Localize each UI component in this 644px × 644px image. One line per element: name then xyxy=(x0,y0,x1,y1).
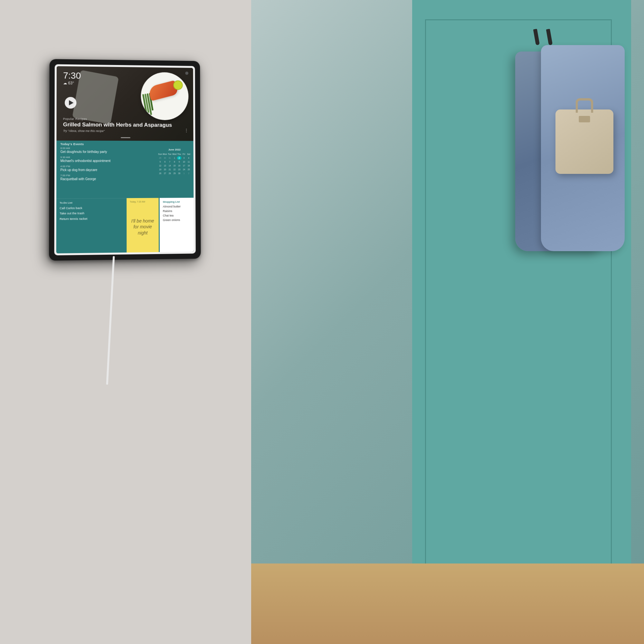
note-content: I'll be home for movie night xyxy=(130,204,156,250)
cal-day-23[interactable]: 23 xyxy=(177,168,182,171)
calendar-month-label: June 2022 xyxy=(158,148,191,151)
lemon-slice xyxy=(173,81,183,90)
cal-day-17[interactable]: 17 xyxy=(182,164,186,167)
event-item-1[interactable]: 8:00 AM Get doughnuts for birthday party xyxy=(61,147,152,154)
plate xyxy=(141,72,188,120)
cal-header-mon: Mon xyxy=(163,152,167,156)
cal-day-26[interactable]: 26 xyxy=(158,172,163,175)
recipe-title: Grilled Salmon with Herbs and Asparagus xyxy=(63,121,172,128)
recipe-info: Popular Recipes Grilled Salmon with Herb… xyxy=(63,117,172,133)
events-section: Today's Events 8:00 AM Get doughnuts for… xyxy=(56,141,194,199)
cal-day-20[interactable]: 20 xyxy=(163,168,167,171)
camera-indicator xyxy=(185,71,188,75)
cal-day-25[interactable]: 25 xyxy=(186,168,191,171)
shopping-list-title: Shopping List xyxy=(163,200,191,203)
cal-header-wed: Wed xyxy=(172,152,177,156)
bag-buckle xyxy=(579,116,590,122)
cal-day-9[interactable]: 9 xyxy=(177,160,182,164)
event-time-1: 8:00 AM xyxy=(61,147,152,150)
cal-day-29[interactable]: 29 xyxy=(172,172,177,175)
cal-day-11[interactable]: 11 xyxy=(186,160,191,164)
cal-day-3[interactable]: 3 xyxy=(182,156,186,160)
cal-header-tue: Tue xyxy=(167,152,172,156)
bag-strap xyxy=(576,98,593,113)
scene: 7:30 ☁ 63° Popular Recipes xyxy=(0,0,644,644)
device-bezel: 7:30 ☁ 63° Popular Recipes xyxy=(54,64,196,255)
cal-day-8[interactable]: 8 xyxy=(172,160,177,164)
event-item-3[interactable]: 4:00 PM Pick up dog from daycare xyxy=(60,165,151,172)
cal-day-21[interactable]: 21 xyxy=(167,168,172,171)
echo-show-device: 7:30 ☁ 63° Popular Recipes xyxy=(49,59,201,260)
floor xyxy=(251,563,644,644)
event-time-2: 9:30 AM xyxy=(61,156,152,159)
todo-item-3[interactable]: Return tennis racket xyxy=(60,216,123,221)
shopping-item-2[interactable]: Raisins xyxy=(163,209,191,213)
mini-calendar: June 2022 Sun Mon Tue Wed Thu Fri Sat xyxy=(155,147,194,198)
cal-header-sat: Sat xyxy=(186,152,191,156)
cal-day-2[interactable]: 2 xyxy=(177,156,182,160)
sticky-note-widget[interactable]: Today, 7:20 AM I'll be home for movie ni… xyxy=(127,198,159,252)
todo-item-2[interactable]: Take out the trash xyxy=(60,211,123,215)
event-time-3: 4:00 PM xyxy=(60,165,151,168)
cal-day-30prev: 30 xyxy=(163,156,167,160)
bag xyxy=(555,109,613,174)
recipe-hint: Try "Alexa, show me this recipe" xyxy=(63,129,172,133)
events-section-header: Today's Events xyxy=(56,141,193,147)
cal-day-29prev: 29 xyxy=(158,156,162,160)
cal-day-28[interactable]: 28 xyxy=(167,172,172,175)
shopping-item-3[interactable]: Chai tea xyxy=(163,214,191,217)
cal-day-10[interactable]: 10 xyxy=(182,160,186,164)
cal-day-12[interactable]: 12 xyxy=(158,164,162,167)
cal-day-16[interactable]: 16 xyxy=(177,164,182,167)
cal-day-7[interactable]: 7 xyxy=(167,160,172,164)
cal-day-18[interactable]: 18 xyxy=(186,164,191,167)
event-name-1: Get doughnuts for birthday party xyxy=(61,150,152,154)
cal-header-fri: Fri xyxy=(182,152,186,156)
cal-day-15[interactable]: 15 xyxy=(172,164,177,167)
shopping-list-widget[interactable]: Shopping List Almond butter Raisins Chai… xyxy=(159,198,194,252)
shopping-item-4[interactable]: Green onions xyxy=(163,218,191,222)
events-list: 8:00 AM Get doughnuts for birthday party… xyxy=(56,147,156,199)
cal-day-27[interactable]: 27 xyxy=(163,172,167,175)
door-panel xyxy=(412,0,631,644)
cal-day-14[interactable]: 14 xyxy=(167,164,172,167)
weather: ☁ 63° xyxy=(63,81,81,86)
cal-day-22[interactable]: 22 xyxy=(172,168,177,171)
cal-day-2next: 2 xyxy=(186,172,191,175)
cal-day-13[interactable]: 13 xyxy=(163,164,167,167)
recipe-hero-section: 7:30 ☁ 63° Popular Recipes xyxy=(56,66,193,141)
cal-day-5[interactable]: 5 xyxy=(158,160,162,164)
scroll-indicator xyxy=(121,137,130,138)
cal-day-24[interactable]: 24 xyxy=(182,168,186,171)
recipe-more-icon[interactable]: ⋮ xyxy=(184,128,189,133)
todo-item-1[interactable]: Call Carlos back xyxy=(60,206,123,210)
widgets-row: To-Do List Call Carlos back Take out the… xyxy=(56,198,194,253)
cal-day-4[interactable]: 4 xyxy=(186,156,191,160)
shopping-item-1[interactable]: Almond butter xyxy=(163,205,191,208)
hook-left xyxy=(533,29,540,45)
wall-right xyxy=(251,0,644,644)
event-name-3: Pick up dog from daycare xyxy=(60,168,151,172)
events-content: 8:00 AM Get doughnuts for birthday party… xyxy=(56,147,194,199)
todo-widget[interactable]: To-Do List Call Carlos back Take out the… xyxy=(56,198,127,253)
hook-right xyxy=(546,29,553,45)
play-button[interactable] xyxy=(65,97,76,109)
cal-day-30[interactable]: 30 xyxy=(177,172,182,175)
event-name-4: Racquetball with George xyxy=(60,177,151,181)
recipe-background: 7:30 ☁ 63° Popular Recipes xyxy=(56,66,193,141)
cal-day-1next: 1 xyxy=(182,172,186,175)
device-frame: 7:30 ☁ 63° Popular Recipes xyxy=(49,59,201,260)
clock: 7:30 xyxy=(63,71,81,81)
cal-day-19[interactable]: 19 xyxy=(158,168,162,171)
cal-header-thu: Thu xyxy=(177,152,182,156)
event-time-4: 7:00 PM xyxy=(60,174,151,177)
note-timestamp: Today, 7:20 AM xyxy=(130,201,156,203)
cal-day-1[interactable]: 1 xyxy=(172,156,177,160)
event-name-2: Michael's orthodontist appointment xyxy=(60,159,151,163)
event-item-4[interactable]: 7:00 PM Racquetball with George xyxy=(60,174,151,181)
recipe-category: Popular Recipes xyxy=(63,117,172,121)
calendar-grid: Sun Mon Tue Wed Thu Fri Sat 29 30 xyxy=(158,152,191,175)
event-item-2[interactable]: 9:30 AM Michael's orthodontist appointme… xyxy=(60,156,151,163)
cal-day-6[interactable]: 6 xyxy=(163,160,167,164)
plate-visual xyxy=(136,69,190,124)
